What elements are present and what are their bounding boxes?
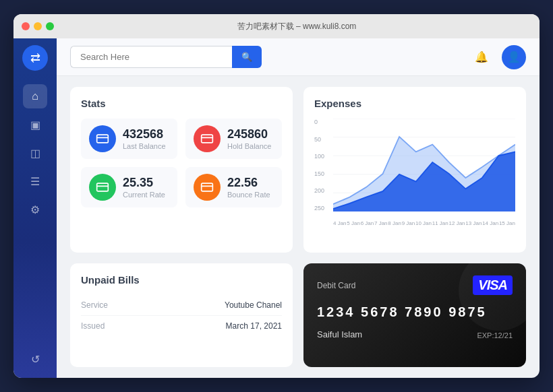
search-button[interactable]: 🔍 — [232, 46, 262, 68]
svg-rect-4 — [97, 183, 109, 191]
service-label: Service — [81, 300, 108, 310]
stat-hold-balance: 245860 Hold Balance — [185, 119, 282, 159]
chart-x-labels: 4 Jan 5 Jan 6 Jan 7 Jan 8 Jan 9 Jan 10 J… — [333, 220, 515, 226]
issued-label: Issued — [81, 321, 105, 331]
issued-value: March 17, 2021 — [226, 321, 282, 331]
settings-icon: ⚙ — [30, 203, 40, 216]
card-expiry: EXP:12/21 — [477, 331, 513, 339]
stat-current-rate-text: 25.35 Current Rate — [123, 176, 165, 199]
avatar-icon: 👤 — [507, 51, 521, 63]
sidebar-item-home[interactable]: ⌂ — [23, 84, 47, 108]
stat-last-balance-text: 432568 Last Balance — [123, 127, 166, 150]
debit-card-bottom: Saiful Islam EXP:12/21 — [317, 329, 513, 339]
current-rate-value: 25.35 — [123, 176, 165, 191]
titlebar: 苦力吧素材下载 – www.kuli8.com — [13, 14, 540, 38]
expenses-card: Expenses 250 200 150 100 50 0 — [303, 87, 526, 253]
debit-card: Debit Card VISA 1234 5678 7890 9875 Saif… — [303, 263, 526, 367]
refresh-icon: ↺ — [31, 353, 40, 366]
expenses-chart-svg — [333, 119, 515, 211]
bounce-rate-icon — [194, 174, 221, 201]
last-balance-label: Last Balance — [123, 142, 166, 150]
app-body: ⇄ ⌂ ▣ ◫ ☰ ⚙ ↺ — [13, 38, 540, 378]
chart-y-labels: 250 200 150 100 50 0 — [314, 119, 330, 211]
hold-balance-value: 245860 — [227, 127, 271, 142]
service-value: Youtube Chanel — [225, 300, 282, 310]
header: 🔍 🔔 👤 — [57, 38, 540, 76]
search-icon: 🔍 — [241, 52, 252, 62]
main-content: 🔍 🔔 👤 Stats — [57, 38, 540, 378]
layers-icon: ◫ — [30, 147, 40, 160]
bounce-rate-label: Bounce Rate — [227, 191, 270, 199]
sidebar-item-folder[interactable]: ▣ — [23, 112, 47, 137]
sidebar-item-layers[interactable]: ◫ — [23, 141, 47, 165]
visa-logo: VISA — [473, 275, 513, 295]
close-button[interactable] — [22, 22, 30, 30]
stats-title: Stats — [81, 98, 282, 109]
bounce-rate-value: 22.56 — [227, 176, 270, 191]
debit-card-label: Debit Card — [317, 281, 355, 290]
sidebar-logo[interactable]: ⇄ — [22, 45, 48, 71]
current-rate-label: Current Rate — [123, 191, 165, 199]
svg-rect-0 — [97, 135, 109, 143]
hold-balance-icon — [194, 125, 221, 152]
window-title: 苦力吧素材下载 – www.kuli8.com — [62, 21, 531, 32]
stats-grid: 432568 Last Balance 245860 Hold Balance — [81, 119, 282, 207]
last-balance-icon — [89, 125, 116, 152]
user-avatar[interactable]: 👤 — [502, 45, 526, 69]
sidebar: ⇄ ⌂ ▣ ◫ ☰ ⚙ ↺ — [13, 38, 57, 378]
sidebar-item-settings[interactable]: ⚙ — [23, 197, 47, 222]
search-container: 🔍 — [70, 46, 262, 68]
last-balance-value: 432568 — [123, 127, 166, 142]
stat-bounce-rate-text: 22.56 Bounce Rate — [227, 176, 270, 199]
minimize-button[interactable] — [34, 22, 42, 30]
document-icon: ☰ — [30, 175, 40, 188]
hold-balance-label: Hold Balance — [227, 142, 271, 150]
sidebar-item-refresh[interactable]: ↺ — [23, 347, 47, 371]
card-number: 1234 5678 7890 9875 — [317, 304, 513, 320]
card-holder-name: Saiful Islam — [317, 329, 362, 339]
notification-button[interactable]: 🔔 — [469, 45, 494, 69]
bell-icon: 🔔 — [475, 51, 488, 63]
bill-row-issued: Issued March 17, 2021 — [81, 316, 282, 336]
stats-card: Stats 432568 Last Balance — [70, 87, 293, 253]
bill-row-service: Service Youtube Chanel — [81, 295, 282, 316]
sidebar-item-document[interactable]: ☰ — [23, 169, 47, 193]
dashboard: Stats 432568 Last Balance — [57, 76, 540, 378]
stat-last-balance: 432568 Last Balance — [81, 119, 177, 159]
current-rate-icon — [89, 174, 116, 201]
traffic-lights — [22, 22, 54, 30]
chart-container: 250 200 150 100 50 0 — [314, 119, 515, 226]
svg-rect-6 — [202, 183, 213, 191]
bills-card: Unpaid Bills Service Youtube Chanel Issu… — [70, 263, 293, 367]
stat-current-rate: 25.35 Current Rate — [81, 167, 177, 207]
search-input[interactable] — [70, 46, 232, 68]
logo-icon: ⇄ — [30, 51, 40, 65]
chart-area — [333, 119, 515, 211]
expenses-title: Expenses — [314, 98, 515, 109]
bills-title: Unpaid Bills — [81, 274, 282, 286]
app-window: 苦力吧素材下载 – www.kuli8.com ⇄ ⌂ ▣ ◫ ☰ ⚙ — [13, 14, 540, 378]
stat-bounce-rate: 22.56 Bounce Rate — [185, 167, 282, 207]
maximize-button[interactable] — [46, 22, 54, 30]
stat-hold-balance-text: 245860 Hold Balance — [227, 127, 271, 150]
debit-card-top: Debit Card VISA — [317, 275, 513, 295]
home-icon: ⌂ — [32, 90, 38, 102]
svg-rect-2 — [202, 135, 213, 143]
folder-icon: ▣ — [30, 119, 40, 131]
